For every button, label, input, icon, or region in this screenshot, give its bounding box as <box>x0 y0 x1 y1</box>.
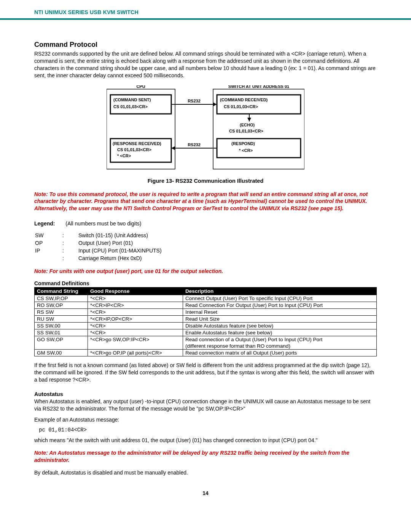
cell-description: Internal Reset <box>183 309 377 316</box>
autostatus-example: pc 01,01:04<CR> <box>39 427 377 433</box>
cell-good-response: *<CR> <box>88 329 183 336</box>
autostatus-p1: When Autostatus is enabled, any output (… <box>34 398 377 412</box>
legend-key <box>35 255 62 262</box>
th-description: Description <box>183 288 377 295</box>
cell-command-string: SS SW,01 <box>35 329 88 336</box>
cell-command-string: RS SW <box>35 309 88 316</box>
legend-key: OP <box>35 240 62 246</box>
cell-command-string <box>35 343 88 350</box>
echo-value: CS 01,01,03<CR> <box>229 129 263 133</box>
rs232-label-bottom: RS232 <box>188 142 201 147</box>
legend-colon: : <box>62 232 78 239</box>
cell-good-response: *<CR> <box>88 323 183 329</box>
cmd-recv-label: (COMMAND RECEIVED) <box>220 97 268 102</box>
cell-good-response: *<CR>go OP,IP (all ports)<CR> <box>88 350 183 356</box>
cell-command-string: RU SW <box>35 316 88 323</box>
cell-command-string: GM SW,00 <box>35 350 88 356</box>
respond-value: * <CR> <box>239 148 253 153</box>
autostatus-p2: Example of an Autostatus message: <box>34 416 377 423</box>
legend-key: SW <box>35 232 62 239</box>
table-row: SS SW,01*<CR>Enable Autostatus feature (… <box>35 329 377 336</box>
echo-label: (ECHO) <box>240 123 255 127</box>
legend-value: Input (CPU) Port (01-MAXINPUTS) <box>78 247 162 254</box>
table-row: RU SW*<CR>IP,OP<CR>Read Unit Size <box>35 316 377 323</box>
legend-table: SW:Switch (01-15) (Unit Address)OP:Outpu… <box>34 231 162 262</box>
legend-row: IP:Input (CPU) Port (01-MAXINPUTS) <box>35 247 162 254</box>
command-definitions-title: Command Definitions <box>34 280 377 286</box>
section-title: Command Protocol <box>34 41 377 49</box>
after-table-paragraph: If the first field is not a known comman… <box>34 362 377 383</box>
cell-good-response: *<CR> <box>88 295 183 302</box>
page-number: 14 <box>34 490 377 496</box>
figure-caption: Figure 13- RS232 Communication Illustrat… <box>34 178 377 184</box>
table-row: CS SW,IP,OP*<CR>Connect Output (User) Po… <box>35 295 377 302</box>
rs232-label-top: RS232 <box>188 99 201 103</box>
autostatus-title: Autostatus <box>34 391 377 397</box>
svg-rect-9 <box>217 139 301 158</box>
legend-colon: : <box>62 247 78 254</box>
cell-good-response: *<CR>IP<CR> <box>88 302 183 309</box>
resp-recv-label: (RESPONSE RECEIVED) <box>113 141 161 146</box>
legend-row: SW:Switch (01-15) (Unit Address) <box>35 232 162 239</box>
cell-good-response <box>88 343 183 350</box>
autostatus-p4: By default, Autostatus is disabled and m… <box>34 469 377 476</box>
table-row: SS SW,00*<CR>Disable Autostatus feature … <box>35 323 377 329</box>
cell-description: Connect Output (User) Port To specific I… <box>183 295 377 302</box>
table-row: RO SW,OP*<CR>IP<CR>Read Connection For O… <box>35 302 377 309</box>
warning-note-output: Note: For units with one output (user) p… <box>34 268 377 275</box>
cell-description: Enable Autostatus feature (see below) <box>183 329 377 336</box>
th-command-string: Command String <box>35 288 88 295</box>
page-body: Command Protocol RS232 commands supporte… <box>0 20 411 511</box>
legend-value: Carriage Return (Hex 0xD) <box>78 255 162 262</box>
respond-label: (RESPOND) <box>231 141 255 146</box>
cell-command-string: CS SW,IP,OP <box>35 295 88 302</box>
legend-label: Legend <box>34 220 53 227</box>
cell-description: Read Connection For Output (User) Port t… <box>183 302 377 309</box>
legend-value: Output (User) Port (01) <box>78 240 162 246</box>
table-row: RS SW*<CR>Internal Reset <box>35 309 377 316</box>
cmd-sent-value: CS 01,01,03<CR> <box>113 104 148 109</box>
legend-row: OP:Output (User) Port (01) <box>35 240 162 246</box>
intro-paragraph: RS232 commands supported by the unit are… <box>34 50 377 79</box>
table-row: GO SW,OP*<CR>go SW,OP:IP<CR>Read connect… <box>35 336 377 343</box>
cpu-label: CPU <box>136 85 145 89</box>
rs232-diagram: CPU SWITCH AT UNIT ADDRESS 01 (COMMAND S… <box>34 85 377 174</box>
legend-key: IP <box>35 247 62 254</box>
cell-description: Read connection of a Output (User) Port … <box>183 336 377 343</box>
cell-command-string: SS SW,00 <box>35 323 88 329</box>
doc-header: NTI UNIMUX SERIES USB KVM SWITCH <box>0 0 411 18</box>
svg-marker-7 <box>247 118 251 121</box>
command-table: Command String Good Response Description… <box>34 287 377 356</box>
legend-colon: : <box>62 255 78 262</box>
legend-row: :Carriage Return (Hex 0xD) <box>35 255 162 262</box>
cell-good-response: *<CR>go SW,OP:IP<CR> <box>88 336 183 343</box>
cmd-recv-value: CS 01,01,03<CR> <box>224 104 258 109</box>
th-good-response: Good Response <box>88 288 183 295</box>
cell-description: Read connection matrix of all Output (Us… <box>183 350 377 356</box>
legend-value: Switch (01-15) (Unit Address) <box>78 232 162 239</box>
cell-good-response: *<CR> <box>88 309 183 316</box>
legend-line: Legend: (All numbers must be two digits) <box>34 220 377 227</box>
legend-note: (All numbers must be two digits) <box>65 220 141 227</box>
table-row: (different response format than RO comma… <box>35 343 377 350</box>
legend-colon: : <box>62 240 78 246</box>
cell-description: (different response format than RO comma… <box>183 343 377 350</box>
resp-recv-val1: CS 01,01,03<CR> <box>117 147 151 152</box>
cell-command-string: RO SW,OP <box>35 302 88 309</box>
cell-description: Read Unit Size <box>183 316 377 323</box>
cell-description: Disable Autostatus feature (see below) <box>183 323 377 329</box>
cell-good-response: *<CR>IP,OP<CR> <box>88 316 183 323</box>
autostatus-p3: which means "At the switch with unit add… <box>34 437 377 444</box>
switch-label: SWITCH AT UNIT ADDRESS 01 <box>228 85 289 89</box>
warning-note-autostatus: Note: An Autostatus message to the admin… <box>34 449 377 464</box>
cell-command-string: GO SW,OP <box>35 336 88 343</box>
cmd-sent-label: (COMMAND SENT) <box>113 97 151 102</box>
warning-note-protocol: Note: To use this command protocol, the … <box>34 191 377 212</box>
resp-recv-val2: * <CR> <box>117 153 131 158</box>
table-row: GM SW,00*<CR>go OP,IP (all ports)<CR>Rea… <box>35 350 377 356</box>
